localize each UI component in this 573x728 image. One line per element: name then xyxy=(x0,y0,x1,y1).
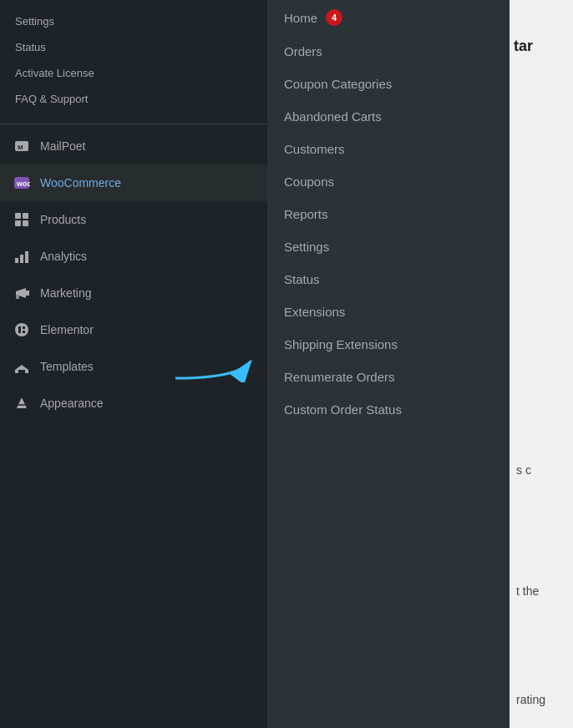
sidebar-item-analytics[interactable]: Analytics xyxy=(0,238,267,275)
submenu-label-renumerate-orders: Renumerate Orders xyxy=(284,370,395,384)
svg-rect-10 xyxy=(25,251,28,263)
sidebar-item-woocommerce[interactable]: woo WooCommerce xyxy=(0,164,267,201)
svg-text:woo: woo xyxy=(16,179,30,188)
submenu-label-settings: Settings xyxy=(284,240,329,254)
svg-point-13 xyxy=(15,323,28,336)
elementor-icon xyxy=(12,320,32,340)
templates-icon xyxy=(12,356,32,377)
sidebar-item-elementor[interactable]: Elementor xyxy=(0,311,267,348)
svg-rect-11 xyxy=(26,291,29,296)
svg-rect-15 xyxy=(23,326,25,329)
sidebar-label-templates: Templates xyxy=(40,360,94,373)
svg-text:M: M xyxy=(18,144,23,151)
mailpoet-icon: M xyxy=(12,136,32,156)
svg-rect-16 xyxy=(23,331,25,333)
appearance-icon xyxy=(12,393,32,413)
submenu-label-custom-order-status: Custom Order Status xyxy=(284,402,402,417)
submenu-label-shipping-extensions: Shipping Extensions xyxy=(284,337,398,351)
submenu-item-custom-order-status[interactable]: Custom Order Status xyxy=(267,393,510,426)
sidebar-label-appearance: Appearance xyxy=(40,397,104,410)
submenu-label-coupon-categories: Coupon Categories xyxy=(284,77,392,91)
submenu-item-orders[interactable]: Orders xyxy=(267,35,510,68)
sidebar-item-mailpoet[interactable]: M MailPoet xyxy=(0,128,267,164)
submenu-label-customers: Customers xyxy=(284,142,345,156)
sidebar-label-products: Products xyxy=(40,213,86,226)
sidebar-item-templates[interactable]: Templates xyxy=(0,348,267,385)
analytics-icon xyxy=(12,246,32,266)
content-snippet-sc: s c xyxy=(516,463,531,477)
sidebar-item-appearance[interactable]: Appearance xyxy=(0,385,267,422)
sidebar-label-elementor: Elementor xyxy=(40,323,94,336)
submenu-label-extensions: Extensions xyxy=(284,305,345,319)
svg-rect-12 xyxy=(16,295,19,299)
submenu-item-home[interactable]: Home 4 xyxy=(267,0,510,35)
products-icon xyxy=(12,210,32,230)
svg-rect-17 xyxy=(18,370,25,373)
submenu-item-extensions[interactable]: Extensions xyxy=(267,296,510,328)
svg-rect-6 xyxy=(15,220,21,226)
sidebar-divider xyxy=(0,124,267,124)
submenu-label-coupons: Coupons xyxy=(284,174,334,189)
sidebar-label-marketing: Marketing xyxy=(40,286,91,300)
submenu-item-status[interactable]: Status xyxy=(267,263,510,296)
submenu-item-settings[interactable]: Settings xyxy=(267,230,510,263)
sidebar-item-products[interactable]: Products xyxy=(0,201,267,238)
sidebar-item-settings-top[interactable]: Settings xyxy=(0,8,267,34)
submenu-label-abandoned-carts: Abandoned Carts xyxy=(284,109,382,124)
sidebar: Settings Status Activate License FAQ & S… xyxy=(0,0,267,728)
svg-rect-8 xyxy=(15,258,18,263)
sidebar-item-activate-license[interactable]: Activate License xyxy=(0,60,267,86)
sidebar-item-marketing[interactable]: Marketing xyxy=(0,275,267,311)
content-snippet-rating: rating xyxy=(516,693,545,706)
svg-rect-4 xyxy=(15,213,21,219)
submenu-item-abandoned-carts[interactable]: Abandoned Carts xyxy=(267,100,510,133)
submenu-label-reports: Reports xyxy=(284,207,328,221)
woocommerce-submenu: Home 4 Orders Coupon Categories Abandone… xyxy=(267,0,510,728)
submenu-item-customers[interactable]: Customers xyxy=(267,133,510,165)
submenu-item-renumerate-orders[interactable]: Renumerate Orders xyxy=(267,361,510,393)
submenu-label-home: Home xyxy=(284,11,317,25)
marketing-icon xyxy=(12,283,32,303)
sidebar-top-items: Settings Status Activate License FAQ & S… xyxy=(0,0,267,120)
sidebar-item-status-top[interactable]: Status xyxy=(0,34,267,60)
svg-rect-5 xyxy=(23,213,28,219)
submenu-item-shipping-extensions[interactable]: Shipping Extensions xyxy=(267,328,510,361)
woocommerce-icon: woo xyxy=(12,173,32,193)
sidebar-label-mailpoet: MailPoet xyxy=(40,139,85,153)
submenu-label-status: Status xyxy=(284,272,320,286)
svg-rect-9 xyxy=(20,255,23,263)
home-badge: 4 xyxy=(326,9,342,26)
submenu-label-orders: Orders xyxy=(284,44,322,58)
submenu-item-reports[interactable]: Reports xyxy=(267,198,510,230)
submenu-item-coupon-categories[interactable]: Coupon Categories xyxy=(267,68,510,100)
sidebar-item-faq-support[interactable]: FAQ & Support xyxy=(0,86,267,112)
sidebar-label-analytics: Analytics xyxy=(40,250,87,263)
sidebar-label-woocommerce: WooCommerce xyxy=(40,176,121,190)
svg-rect-14 xyxy=(18,326,21,333)
submenu-item-coupons[interactable]: Coupons xyxy=(267,165,510,198)
svg-rect-7 xyxy=(23,220,28,226)
content-snippet-the: t the xyxy=(516,584,539,598)
content-snippet-tar: tar xyxy=(514,38,533,55)
